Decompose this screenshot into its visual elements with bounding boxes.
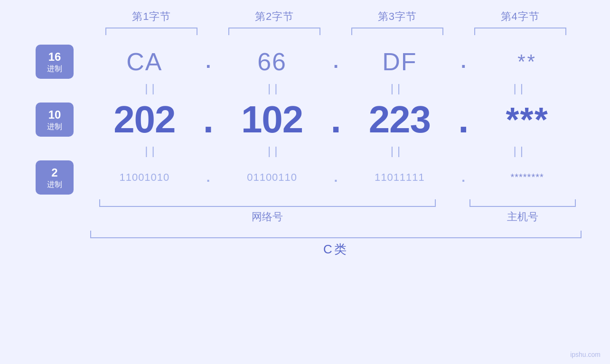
class-label: C类 [323,241,348,258]
network-bracket-wrap [90,199,444,207]
eq2-4: || [459,144,582,158]
outer-label-row: C类 [28,241,582,258]
bottom-brackets [28,199,582,207]
hex-val-2: 66 [218,47,327,76]
bin-val-4: ******** [473,172,582,183]
dec-dot-3: . [454,98,473,141]
eq2-1: || [90,144,213,158]
watermark: ipshu.com [570,351,601,358]
binary-badge: 2 进制 [36,160,74,195]
eq2-2: || [213,144,336,158]
eq-2: || [213,82,336,95]
main-container: 第1字节 第2字节 第3字节 第4字节 16 进制 CA . 66 . [0,0,610,364]
bin-dot-1: . [199,170,218,185]
bin-dot-2: . [327,170,346,185]
bin-dot-3: . [454,170,473,185]
binary-label: 2 进制 [28,160,81,195]
hex-row: 16 进制 CA . 66 . DF . ** [28,45,582,79]
decimal-row: 10 进制 202 . 102 . 223 . *** [28,98,582,141]
decimal-badge: 10 进制 [36,103,74,137]
bracket-top-4 [459,28,582,35]
hex-badge: 16 进制 [36,45,74,79]
dec-val-2: 102 [218,98,327,141]
eq-4: || [459,82,582,95]
hex-dot-1: . [199,51,218,72]
label-spacer [444,210,463,224]
decimal-values: 202 . 102 . 223 . *** [90,98,582,141]
bin-val-3: 11011111 [346,171,454,184]
dec-dot-1: . [199,98,218,141]
host-label: 主机号 [463,210,582,224]
binary-row: 2 进制 11001010 . 01100110 . 11011111 . **… [28,160,582,195]
outer-bracket [90,231,582,238]
dec-val-3: 223 [346,98,454,141]
col-header-2: 第2字节 [213,9,336,24]
outer-bracket-row [28,231,582,238]
network-bracket [99,199,436,207]
hex-val-4: ** [473,50,582,73]
binary-values: 11001010 . 01100110 . 11011111 . *******… [90,170,582,185]
hex-label: 16 进制 [28,45,81,79]
host-bracket [469,199,576,207]
equals-row-2: || || || || [28,144,582,158]
top-brackets [28,28,582,35]
bin-val-2: 01100110 [218,171,327,184]
bracket-labels: 网络号 主机号 [28,210,582,224]
bin-val-1: 11001010 [90,171,199,184]
eq-1: || [90,82,213,95]
column-headers: 第1字节 第2字节 第3字节 第4字节 [28,9,582,24]
dot-spacer [444,199,463,207]
col-header-1: 第1字节 [90,9,213,24]
hex-val-3: DF [346,47,454,76]
bracket-top-1 [90,28,213,35]
col-header-4: 第4字节 [459,9,582,24]
hex-val-1: CA [90,47,199,76]
equals-row-1: || || || || [28,82,582,95]
host-bracket-wrap [463,199,582,207]
network-label: 网络号 [90,210,444,224]
dec-dot-2: . [327,98,346,141]
col-header-3: 第3字节 [336,9,459,24]
bracket-top-3 [336,28,459,35]
bracket-top-2 [213,28,336,35]
dec-val-1: 202 [90,98,199,141]
hex-dot-3: . [454,51,473,72]
eq-3: || [336,82,459,95]
hex-dot-2: . [327,51,346,72]
eq2-3: || [336,144,459,158]
decimal-label: 10 进制 [28,103,81,137]
dec-val-4: *** [473,100,582,139]
hex-values: CA . 66 . DF . ** [90,47,582,76]
